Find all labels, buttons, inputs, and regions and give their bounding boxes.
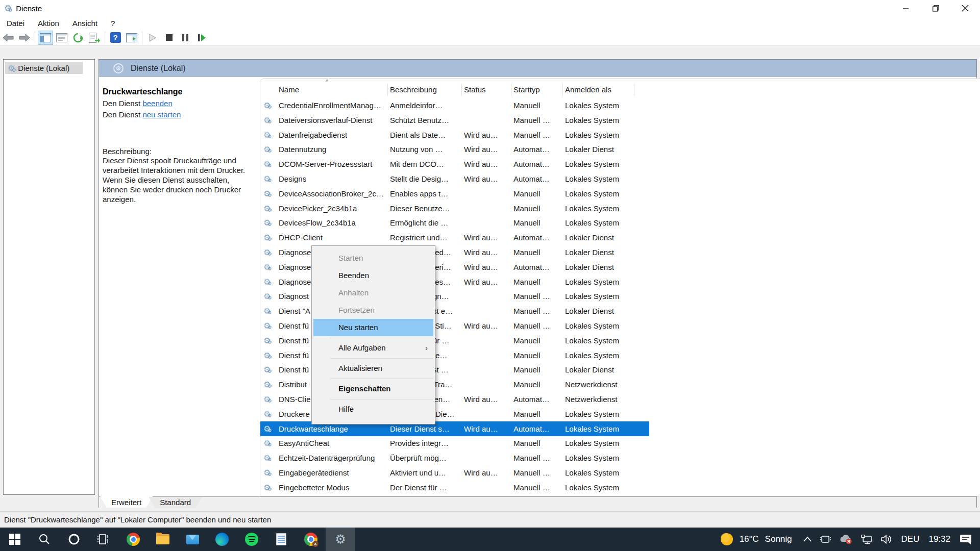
show-action-pane-icon[interactable] (124, 31, 139, 45)
table-row[interactable]: ⚙DevicePicker_2c34b1aDieser Benutze…Manu… (260, 201, 649, 216)
cast-icon[interactable] (816, 528, 835, 551)
taskbar-app-spotify[interactable] (237, 528, 266, 551)
column-header-beschreibung[interactable]: Beschreibung (388, 84, 462, 96)
forward-arrow-icon[interactable] (17, 31, 32, 45)
table-row[interactable]: ⚙DatenfreigabedienstDient als Date…Wird … (260, 128, 649, 142)
cell-beschreibung: Aktiviert und u… (388, 468, 462, 477)
table-row[interactable]: ⚙DHCP-ClientRegistriert und…Wird au…Auto… (260, 230, 649, 245)
menu-item-alle-aufgaben[interactable]: Alle Aufgaben› (312, 339, 435, 357)
chevron-up-icon[interactable] (799, 528, 816, 551)
cell-starttyp: Manuell (511, 365, 563, 374)
table-row[interactable]: ⚙DevicesFlow_2c34b1aErmöglicht die …Manu… (260, 215, 649, 230)
restore-button[interactable] (921, 0, 950, 17)
taskbar-app-chrome-profile[interactable]: A (296, 528, 326, 551)
table-row[interactable]: ⚙DCOM-Server-ProzessstartMit dem DCO…Wir… (260, 157, 649, 171)
service-gear-icon: ⚙ (263, 174, 271, 183)
cell-name: Datenfreigabedienst (277, 131, 388, 139)
volume-icon[interactable] (877, 528, 897, 551)
cell-starttyp: Manuell (511, 380, 563, 389)
menu-separator (330, 358, 433, 359)
column-header-status[interactable]: Status (462, 84, 511, 96)
refresh-icon[interactable] (70, 31, 86, 45)
weather-widget[interactable]: 16°C Sonnig (716, 528, 799, 551)
clock[interactable]: 19:32 (923, 528, 955, 551)
taskbar-app-cortana[interactable] (59, 528, 89, 551)
menu-item-eigenschaften[interactable]: Eigenschaften (312, 380, 435, 397)
cell-anmelden: Lokales System (563, 131, 634, 139)
menu-ansicht[interactable]: Ansicht (66, 17, 104, 29)
cell-anmelden: Lokales System (563, 483, 634, 492)
cell-anmelden: Lokales System (563, 101, 634, 110)
show-console-tree-icon[interactable] (38, 31, 53, 45)
taskbar-app-chrome[interactable] (118, 528, 148, 551)
export-list-icon[interactable] (87, 31, 102, 45)
windows-logo-icon (9, 533, 21, 545)
start-service-icon[interactable] (145, 31, 160, 45)
menu-aktion[interactable]: Aktion (31, 17, 66, 29)
properties-icon[interactable] (54, 31, 69, 45)
service-gear-icon: ⚙ (263, 248, 271, 257)
service-gear-icon: ⚙ (263, 454, 271, 462)
taskbar-app-start[interactable] (0, 528, 30, 551)
table-row[interactable]: ⚙Echtzeit-DatenträgerprüfungÜberprüft mö… (260, 450, 649, 465)
taskbar-app-file-explorer[interactable] (148, 528, 178, 551)
column-header-anmelden[interactable]: Anmelden als (563, 84, 634, 96)
pause-service-icon[interactable] (178, 31, 193, 45)
menu-item-neu-starten[interactable]: Neu starten (313, 319, 433, 336)
stop-service-link[interactable]: beenden (142, 99, 172, 108)
cell-starttyp: Manuell … (511, 292, 563, 300)
restart-service-link[interactable]: neu starten (142, 110, 181, 119)
cell-name: DevicesFlow_2c34b1a (277, 218, 388, 227)
cell-beschreibung: Anmeldeinfor… (388, 101, 462, 110)
minimize-button[interactable] (891, 0, 921, 17)
column-header-name[interactable]: Name (277, 84, 388, 96)
taskbar-app-edge[interactable] (207, 528, 237, 551)
taskbar-app-notepad[interactable] (266, 528, 296, 551)
menu-separator (330, 379, 433, 379)
cell-starttyp: Manuell (511, 218, 563, 227)
help-icon[interactable]: ? (108, 31, 123, 45)
table-row[interactable]: ⚙Dateiversionsverlauf-DienstSchützt Benu… (260, 113, 649, 128)
menu-item-beenden[interactable]: Beenden (312, 267, 435, 284)
notification-icon[interactable] (955, 528, 980, 551)
tab-erweitert[interactable]: Erweitert (100, 496, 153, 508)
cell-name: Druckwarteschlange (277, 424, 388, 433)
restart-service-line: Den Dienst neu starten (103, 110, 255, 119)
service-gear-icon: ⚙ (263, 233, 271, 242)
table-row[interactable]: ⚙DesignsStellt die Desig…Wird au…Automat… (260, 171, 649, 186)
cell-anmelden: Lokales System (563, 204, 634, 213)
taskbar-app-mail[interactable] (178, 528, 207, 551)
table-row[interactable]: ⚙CredentialEnrollmentManag…Anmeldeinfor…… (260, 98, 649, 113)
taskbar-app-task-view[interactable] (89, 528, 118, 551)
view-tabs: Erweitert Standard (99, 496, 976, 508)
menu-datei[interactable]: Datei (0, 17, 31, 29)
tab-standard[interactable]: Standard (149, 497, 202, 508)
table-row[interactable]: ⚙EingabegerätedienstAktiviert und u…Wird… (260, 465, 649, 480)
close-button[interactable] (950, 0, 980, 17)
table-row[interactable]: ⚙Eingebetteter ModusDer Dienst für …Manu… (260, 480, 649, 495)
restart-service-icon[interactable] (194, 31, 209, 45)
menu-item-aktualisieren[interactable]: Aktualisieren (312, 360, 435, 377)
back-arrow-icon[interactable] (1, 31, 16, 45)
cell-beschreibung: Überprüft mög… (388, 454, 462, 462)
stop-service-icon[interactable] (161, 31, 177, 45)
table-row[interactable]: ⚙DatennutzungNutzung von …Wird au…Automa… (260, 142, 649, 157)
table-row[interactable]: ⚙EasyAntiCheatProvides integr…ManuellLok… (260, 436, 649, 450)
tree-item-dienste-lokal[interactable]: ⚙ Dienste (Lokal) (5, 62, 83, 74)
menu-item-hilfe[interactable]: Hilfe (312, 400, 435, 418)
menu-hilfe[interactable]: ? (104, 17, 121, 29)
taskbar-app-services-gear[interactable]: ⚙ (326, 528, 355, 551)
cell-name: Designs (277, 174, 388, 183)
cell-status: Wird au… (462, 395, 511, 404)
table-row[interactable]: ⚙DeviceAssociationBroker_2c…Enables apps… (260, 186, 649, 201)
taskbar-app-search[interactable] (30, 528, 59, 551)
cell-anmelden: Lokales System (563, 292, 634, 300)
network-icon[interactable] (856, 528, 877, 551)
onedrive-error-icon[interactable] (835, 528, 856, 551)
service-gear-icon: ⚙ (263, 145, 271, 154)
menu-separator (330, 399, 433, 399)
cell-starttyp: Manuell (511, 248, 563, 257)
column-header-starttyp[interactable]: Starttyp (511, 84, 563, 96)
language-indicator[interactable]: DEU (897, 528, 924, 551)
app-gear-icon: ⚙ (4, 4, 12, 13)
